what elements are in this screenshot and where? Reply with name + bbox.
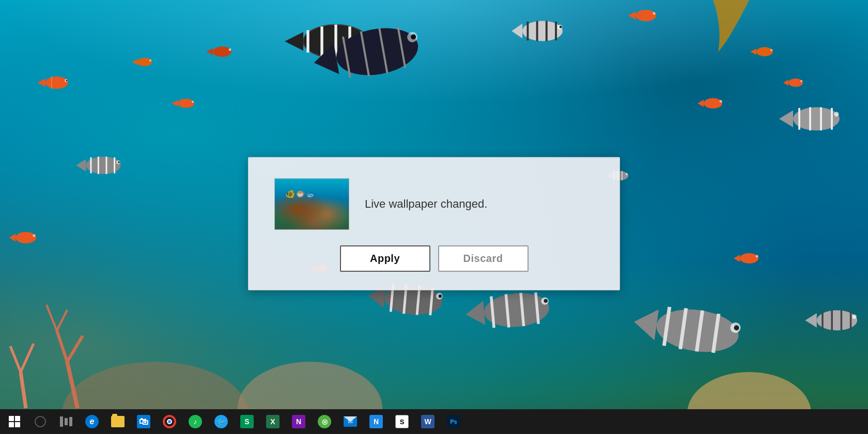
dialog-message: Live wallpaper changed. <box>365 197 487 211</box>
mail-icon[interactable]: ✉ <box>338 409 363 434</box>
sonos-icon[interactable]: S <box>390 409 414 434</box>
onenote-blue-icon[interactable]: N <box>364 409 389 434</box>
xbox-icon[interactable]: ⊗ <box>312 409 337 434</box>
task-view-button[interactable] <box>54 409 79 434</box>
wallpaper-thumbnail <box>274 178 349 230</box>
file-explorer-icon[interactable] <box>105 409 130 434</box>
task-view-icon <box>60 416 72 427</box>
excel-icon[interactable]: X <box>260 409 285 434</box>
onenote-icon[interactable]: N <box>286 409 311 434</box>
water-highlight <box>0 0 868 103</box>
discard-button[interactable]: Discard <box>438 245 529 272</box>
windows-logo <box>9 416 20 427</box>
store-icon[interactable]: 🛍 <box>131 409 156 434</box>
dialog-buttons: Apply Discard <box>274 245 594 272</box>
twitter-icon[interactable]: 🐦 <box>209 409 234 434</box>
thumbnail-image <box>275 179 349 229</box>
cortana-button[interactable] <box>28 409 53 434</box>
sway-icon[interactable]: S <box>235 409 259 434</box>
dialog-content: Live wallpaper changed. <box>274 178 594 230</box>
dialog-overlay: Live wallpaper changed. Apply Discard <box>248 157 620 290</box>
cortana-icon <box>35 416 46 427</box>
edge-icon[interactable]: e <box>80 409 104 434</box>
wallpaper-changed-dialog: Live wallpaper changed. Apply Discard <box>248 157 620 290</box>
apply-button[interactable]: Apply <box>340 245 430 272</box>
word-icon[interactable]: W <box>415 409 440 434</box>
spotify-icon[interactable]: ♪ <box>183 409 208 434</box>
start-button[interactable] <box>2 409 27 434</box>
taskbar: e 🛍 ♪ 🐦 S X N ⊗ ✉ <box>0 409 868 434</box>
chrome-icon[interactable] <box>157 409 182 434</box>
photoshop-icon[interactable]: Ps <box>441 409 466 434</box>
